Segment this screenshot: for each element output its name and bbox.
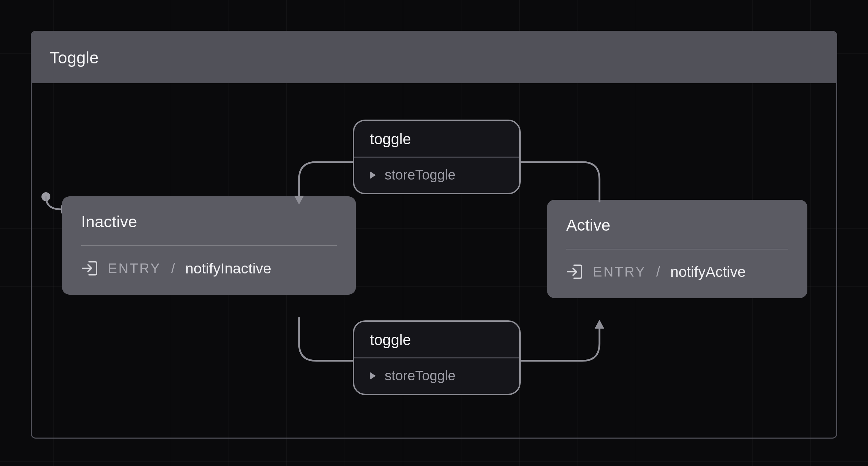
entry-action-inactive: notifyInactive (185, 260, 271, 277)
state-entry-row-active: ENTRY / notifyActive (566, 263, 788, 280)
transition-event-label: toggle (370, 131, 411, 147)
state-node-inactive[interactable]: Inactive ENTRY / notifyInactive (62, 196, 356, 295)
machine-title: Toggle (50, 48, 99, 67)
state-entry-row-inactive: ENTRY / notifyInactive (81, 260, 337, 277)
entry-icon (566, 263, 583, 280)
machine-title-bar[interactable]: Toggle (32, 32, 836, 83)
svg-marker-2 (595, 320, 604, 329)
initial-state-dot (41, 192, 50, 201)
entry-keyword: ENTRY (593, 264, 646, 280)
transition-node-toggle-top[interactable]: toggle storeToggle (353, 120, 521, 194)
entry-action-active: notifyActive (670, 263, 746, 280)
play-icon (370, 372, 376, 380)
edge-toggle-bottom-to-active (521, 320, 610, 375)
state-divider (566, 249, 788, 249)
state-title-inactive: Inactive (81, 212, 337, 231)
transition-action-label: storeToggle (385, 167, 456, 183)
state-divider (81, 245, 337, 246)
state-machine-frame[interactable]: Toggle Inactive ENTRY / notifyInactive (31, 31, 837, 439)
play-icon (370, 171, 376, 179)
edge-active-to-toggle-top (521, 159, 610, 207)
transition-action-label: storeToggle (385, 368, 456, 383)
slash-separator: / (171, 261, 175, 276)
transition-node-toggle-bottom[interactable]: toggle storeToggle (353, 320, 521, 395)
entry-keyword: ENTRY (108, 261, 161, 276)
slash-separator: / (656, 264, 660, 280)
state-title-active: Active (566, 216, 788, 234)
state-node-active[interactable]: Active ENTRY / notifyActive (547, 200, 807, 298)
diagram-canvas[interactable]: Toggle Inactive ENTRY / notifyInactive (0, 0, 868, 466)
transition-event-label: toggle (370, 331, 411, 348)
entry-icon (81, 260, 98, 277)
